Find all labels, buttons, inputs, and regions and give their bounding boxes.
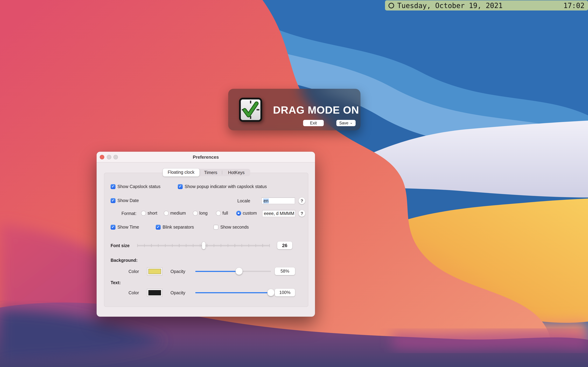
show-popup-label: Show popup indicator with capslock statu… <box>185 184 267 189</box>
custom-format-value: eeee, d MMMM <box>264 211 294 216</box>
format-label: Format: <box>112 211 137 216</box>
save-button-label: Save <box>339 121 348 125</box>
font-size-value[interactable]: 26 <box>277 242 292 249</box>
drag-mode-title: DRAG MODE ON <box>273 104 356 116</box>
font-size-slider[interactable] <box>137 241 270 250</box>
format-short-label: short <box>147 211 157 216</box>
tab-timers-label: Timers <box>204 170 217 175</box>
slider-fill <box>195 271 239 272</box>
capslock-indicator-icon <box>389 3 394 8</box>
tab-bar: Floating clock Timers HotKeys <box>163 169 250 176</box>
floating-clock-widget[interactable]: Tuesday, October 19, 2021 17:02 <box>385 0 588 10</box>
show-time-label: Show Time <box>117 225 139 230</box>
format-full-label: full <box>222 211 228 216</box>
show-time-checkbox[interactable]: ✓ <box>111 225 115 230</box>
show-date-checkbox[interactable]: ✓ <box>111 198 115 203</box>
bg-color-well[interactable] <box>147 267 162 275</box>
tab-floating-clock[interactable]: Floating clock <box>163 168 199 176</box>
format-long-radio[interactable] <box>193 211 198 216</box>
format-help-button[interactable]: ? <box>299 210 305 217</box>
preferences-window: Preferences Floating clock Timers HotKey… <box>97 152 315 317</box>
text-color-swatch <box>148 290 161 295</box>
clock-date: Tuesday, October 19, 2021 <box>397 1 503 10</box>
text-color-label: Color <box>121 291 139 295</box>
format-full-radio[interactable] <box>216 211 221 216</box>
show-capslock-checkbox[interactable]: ✓ <box>111 184 115 189</box>
bg-opacity-label: Opacity <box>171 269 185 274</box>
tab-hotkeys-label: HotKeys <box>228 170 245 175</box>
bg-opacity-slider[interactable] <box>195 268 271 275</box>
format-medium-radio[interactable] <box>164 211 169 216</box>
bg-color-swatch <box>148 269 161 274</box>
background-section-label: Background: <box>111 258 138 263</box>
settings-group-box <box>104 173 308 307</box>
show-date-label: Show Date <box>117 198 139 203</box>
show-popup-checkbox[interactable]: ✓ <box>178 184 182 189</box>
text-section-label: Text: <box>111 280 121 285</box>
format-custom-label: custom <box>243 211 257 216</box>
clock-time: 17:02 <box>563 1 585 10</box>
question-icon: ? <box>301 198 303 203</box>
format-medium-label: medium <box>170 211 186 216</box>
question-icon: ? <box>301 211 303 216</box>
show-seconds-checkbox[interactable]: ✓ <box>214 225 218 230</box>
blink-separators-checkbox[interactable]: ✓ <box>156 225 160 230</box>
bg-opacity-value[interactable]: 58% <box>275 267 295 275</box>
format-long-label: long <box>199 211 208 216</box>
check-icon: ✓ <box>112 199 114 202</box>
bg-color-label: Color <box>121 269 139 274</box>
tab-timers[interactable]: Timers <box>199 169 222 176</box>
custom-format-input[interactable]: eeee, d MMMM <box>262 210 295 217</box>
title-bar[interactable]: Preferences <box>97 152 315 163</box>
check-icon: ✓ <box>112 185 114 188</box>
bg-opacity-value-text: 58% <box>281 269 289 274</box>
format-custom-radio[interactable] <box>236 211 241 216</box>
check-icon: ✓ <box>157 225 160 229</box>
window-title: Preferences <box>97 152 315 162</box>
slider-thumb[interactable] <box>202 242 205 249</box>
locale-value: en <box>263 198 269 203</box>
tab-floating-clock-label: Floating clock <box>168 170 194 175</box>
show-seconds-label: Show seconds <box>220 225 249 230</box>
text-color-well[interactable] <box>147 289 162 297</box>
locale-label: Locale <box>225 199 250 203</box>
locale-help-button[interactable]: ? <box>299 198 305 204</box>
blink-separators-label: Blink separators <box>163 225 194 230</box>
drag-mode-overlay[interactable]: DRAG MODE ON Exit Save ⌄ <box>228 89 361 130</box>
text-opacity-slider[interactable] <box>195 289 271 296</box>
text-opacity-value[interactable]: 100% <box>275 289 295 296</box>
text-opacity-value-text: 100% <box>279 290 291 295</box>
save-button[interactable]: Save ⌄ <box>336 120 356 126</box>
app-clock-check-icon <box>239 98 262 122</box>
chevron-down-icon: ⌄ <box>350 121 353 124</box>
slider-fill <box>195 292 271 293</box>
desktop: Tuesday, October 19, 2021 17:02 DRAG MOD… <box>0 0 588 367</box>
slider-thumb[interactable] <box>236 268 243 275</box>
font-size-value-text: 26 <box>282 243 287 248</box>
show-capslock-label: Show Capslock status <box>117 184 160 189</box>
check-icon: ✓ <box>179 185 182 188</box>
exit-button-label: Exit <box>310 121 317 125</box>
font-size-label: Font size <box>111 243 130 248</box>
format-short-radio[interactable] <box>141 211 146 216</box>
text-opacity-label: Opacity <box>171 291 185 295</box>
check-icon: ✓ <box>112 225 114 229</box>
locale-input[interactable]: en <box>261 198 295 204</box>
slider-thumb[interactable] <box>268 289 274 296</box>
tab-hotkeys[interactable]: HotKeys <box>222 169 250 176</box>
exit-button[interactable]: Exit <box>303 120 324 126</box>
